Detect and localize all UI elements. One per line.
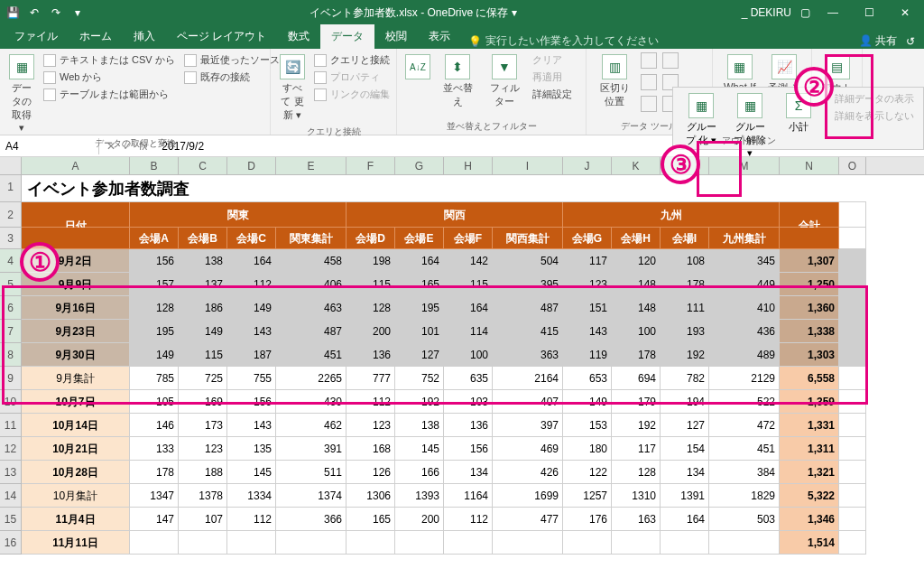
data-cell[interactable]: 149 bbox=[179, 320, 227, 343]
data-cell[interactable]: 176 bbox=[563, 508, 612, 531]
data-cell[interactable]: 146 bbox=[130, 414, 179, 437]
data-cell[interactable]: 156 bbox=[227, 390, 276, 414]
data-cell[interactable]: 694 bbox=[612, 367, 661, 390]
data-cell[interactable]: 451 bbox=[276, 343, 346, 367]
sheet-title[interactable]: イベント参加者数調査 bbox=[22, 175, 866, 202]
data-cell[interactable]: 135 bbox=[227, 437, 276, 461]
queries-connections[interactable]: クエリと接続 bbox=[312, 52, 392, 68]
total-cell[interactable]: 6,558 bbox=[780, 367, 839, 390]
refresh-all-button[interactable]: 🔄すべて 更新 ▾ bbox=[278, 52, 307, 124]
data-cell[interactable]: 103 bbox=[444, 390, 493, 414]
data-cell[interactable]: 178 bbox=[130, 461, 179, 484]
data-cell[interactable]: 111 bbox=[661, 296, 709, 320]
ribbon-display-icon[interactable]: ▢ bbox=[800, 6, 810, 19]
data-cell[interactable]: 143 bbox=[227, 320, 276, 343]
data-cell[interactable]: 149 bbox=[227, 296, 276, 320]
data-cell[interactable]: 522 bbox=[709, 390, 780, 414]
date-cell[interactable]: 11月4日 bbox=[22, 508, 130, 531]
data-cell[interactable]: 173 bbox=[179, 414, 227, 437]
data-cell[interactable]: 366 bbox=[276, 508, 346, 531]
data-cell[interactable] bbox=[179, 531, 227, 555]
data-cell[interactable]: 504 bbox=[493, 249, 563, 273]
data-cell[interactable]: 127 bbox=[661, 414, 709, 437]
data-cell[interactable]: 725 bbox=[179, 367, 227, 390]
total-cell[interactable]: 1,514 bbox=[780, 531, 839, 555]
data-cell[interactable]: 112 bbox=[227, 273, 276, 296]
data-cell[interactable]: 178 bbox=[612, 343, 661, 367]
data-cell[interactable]: 430 bbox=[276, 390, 346, 414]
data-cell[interactable]: 115 bbox=[179, 343, 227, 367]
data-cell[interactable]: 122 bbox=[563, 461, 612, 484]
data-cell[interactable]: 114 bbox=[444, 320, 493, 343]
data-cell[interactable]: 120 bbox=[612, 249, 661, 273]
date-cell[interactable]: 9月23日 bbox=[22, 320, 130, 343]
data-cell[interactable]: 108 bbox=[661, 249, 709, 273]
data-cell[interactable]: 1374 bbox=[276, 484, 346, 508]
data-cell[interactable]: 785 bbox=[130, 367, 179, 390]
data-cell[interactable]: 192 bbox=[395, 390, 444, 414]
data-cell[interactable]: 128 bbox=[612, 461, 661, 484]
data-cell[interactable]: 451 bbox=[709, 437, 780, 461]
tell-me[interactable]: 💡 実行したい作業を入力してください bbox=[468, 33, 659, 49]
date-cell[interactable]: 10月集計 bbox=[22, 484, 130, 508]
data-cell[interactable]: 100 bbox=[612, 320, 661, 343]
data-cell[interactable]: 1391 bbox=[661, 484, 709, 508]
data-cell[interactable]: 133 bbox=[130, 437, 179, 461]
data-cell[interactable]: 192 bbox=[661, 343, 709, 367]
relations-icon[interactable] bbox=[641, 96, 657, 112]
data-cell[interactable]: 115 bbox=[346, 273, 395, 296]
data-cell[interactable]: 138 bbox=[179, 249, 227, 273]
data-cell[interactable]: 195 bbox=[395, 296, 444, 320]
data-cell[interactable]: 145 bbox=[395, 437, 444, 461]
data-cell[interactable]: 165 bbox=[395, 273, 444, 296]
data-cell[interactable]: 117 bbox=[612, 437, 661, 461]
data-cell[interactable]: 143 bbox=[563, 320, 612, 343]
existing-connections[interactable]: 既存の接続 bbox=[182, 70, 282, 85]
data-cell[interactable]: 462 bbox=[276, 414, 346, 437]
data-cell[interactable]: 752 bbox=[395, 367, 444, 390]
validation-icon[interactable] bbox=[641, 74, 657, 90]
data-cell[interactable]: 134 bbox=[444, 461, 493, 484]
data-cell[interactable]: 179 bbox=[612, 390, 661, 414]
data-cell[interactable]: 449 bbox=[709, 273, 780, 296]
data-cell[interactable]: 415 bbox=[493, 320, 563, 343]
data-cell[interactable]: 755 bbox=[227, 367, 276, 390]
minimize-button[interactable]: — bbox=[819, 6, 846, 19]
date-cell[interactable]: 10月28日 bbox=[22, 461, 130, 484]
from-table[interactable]: テーブルまたは範囲から bbox=[42, 87, 177, 102]
data-cell[interactable]: 187 bbox=[227, 343, 276, 367]
data-cell[interactable]: 511 bbox=[276, 461, 346, 484]
data-cell[interactable]: 195 bbox=[130, 320, 179, 343]
data-cell[interactable]: 180 bbox=[563, 437, 612, 461]
data-cell[interactable]: 145 bbox=[227, 461, 276, 484]
total-cell[interactable]: 1,331 bbox=[780, 414, 839, 437]
data-cell[interactable]: 186 bbox=[179, 296, 227, 320]
data-cell[interactable]: 112 bbox=[227, 508, 276, 531]
total-cell[interactable]: 1,250 bbox=[780, 273, 839, 296]
data-cell[interactable]: 363 bbox=[493, 343, 563, 367]
total-cell[interactable]: 1,311 bbox=[780, 437, 839, 461]
data-cell[interactable]: 1164 bbox=[444, 484, 493, 508]
sort-az-button[interactable]: A↓Z bbox=[404, 52, 431, 81]
data-cell[interactable]: 151 bbox=[563, 296, 612, 320]
data-cell[interactable]: 137 bbox=[179, 273, 227, 296]
data-cell[interactable]: 345 bbox=[709, 249, 780, 273]
data-cell[interactable]: 458 bbox=[276, 249, 346, 273]
data-cell[interactable]: 2129 bbox=[709, 367, 780, 390]
data-cell[interactable]: 149 bbox=[130, 343, 179, 367]
data-cell[interactable]: 123 bbox=[179, 437, 227, 461]
history-icon[interactable]: ↺ bbox=[906, 35, 915, 48]
data-cell[interactable]: 472 bbox=[709, 414, 780, 437]
data-cell[interactable]: 194 bbox=[661, 390, 709, 414]
text-to-columns-button[interactable]: ▥区切り位置 bbox=[594, 52, 635, 110]
tab-layout[interactable]: ページ レイアウト bbox=[166, 24, 277, 49]
total-cell[interactable]: 1,307 bbox=[780, 249, 839, 273]
share-button[interactable]: 👤 共有 bbox=[859, 33, 897, 49]
data-cell[interactable]: 503 bbox=[709, 508, 780, 531]
data-cell[interactable]: 134 bbox=[661, 461, 709, 484]
tab-file[interactable]: ファイル bbox=[4, 24, 69, 49]
from-web[interactable]: Web から bbox=[42, 70, 177, 85]
date-cell[interactable]: 10月21日 bbox=[22, 437, 130, 461]
data-cell[interactable]: 153 bbox=[563, 414, 612, 437]
data-cell[interactable]: 117 bbox=[563, 249, 612, 273]
